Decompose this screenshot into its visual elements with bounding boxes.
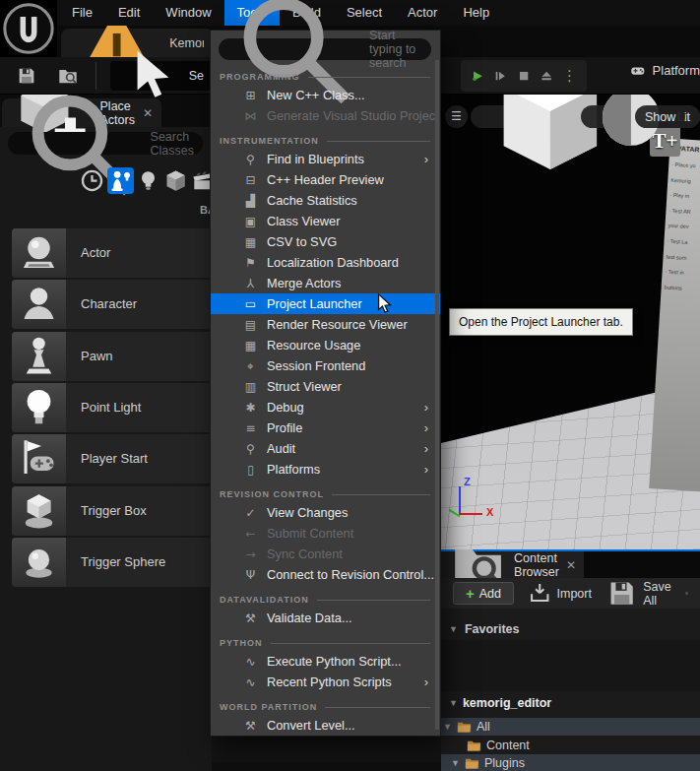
chevron-down-icon[interactable]: ▼ (449, 698, 458, 708)
back-icon[interactable] (685, 585, 688, 602)
menubar-item-window[interactable]: Window (153, 0, 223, 26)
clapper-icon (190, 167, 212, 194)
plus-icon: + (466, 586, 475, 601)
skip-frame-icon[interactable] (493, 69, 507, 83)
menu-item-debug[interactable]: ✱Debug› (211, 397, 440, 418)
view-changes-icon: ✓ (242, 506, 259, 520)
favorites-section[interactable]: ▼ Favorites (449, 622, 520, 636)
sign-text-line: Kemorig (670, 176, 700, 186)
show-button[interactable]: Show (635, 105, 685, 128)
sign-text-line: · Test AR (668, 207, 700, 217)
menu-item-render-resource-viewer[interactable]: ▤Render Resource Viewer (211, 314, 440, 335)
menu-item-validate-data[interactable]: ⚒Validate Data... (211, 608, 440, 628)
chevron-down-icon[interactable]: ▼ (451, 758, 460, 768)
category-lights-tab[interactable] (135, 167, 161, 194)
menu-item-c-header-preview[interactable]: ⊟C++ Header Preview (211, 169, 440, 190)
selection-mode-button[interactable]: Selection Mo (110, 61, 213, 91)
play-icon[interactable] (471, 69, 484, 83)
play-options-icon[interactable]: ⋮ (562, 67, 577, 85)
menu-item-label: Validate Data... (267, 610, 352, 625)
menubar-item-edit[interactable]: Edit (105, 0, 153, 26)
menu-item-view-changes[interactable]: ✓View Changes (211, 502, 440, 523)
menu-search-input[interactable]: Start typing to search (219, 38, 431, 60)
menu-item-label: Connect to Revision Control... (267, 567, 434, 582)
player-start-icon (12, 434, 66, 483)
menu-item-execute-python-script[interactable]: ∿Execute Python Script... (211, 651, 440, 672)
sign-text-line: · Play in (669, 192, 700, 202)
place-actor-item-player-start[interactable]: Player Start (12, 434, 212, 483)
content-browser-title: Content Browser (514, 551, 559, 579)
menu-item-cache-statistics[interactable]: ▟Cache Statistics (211, 190, 440, 211)
menu-section-world-partition: WORLD PARTITION (211, 692, 440, 715)
stop-icon[interactable] (517, 69, 531, 83)
category-recent-tab[interactable] (79, 167, 105, 194)
menu-item-audit[interactable]: ⚲Audit› (211, 438, 440, 459)
menubar-item-actor[interactable]: Actor (395, 0, 450, 26)
eject-icon[interactable] (540, 69, 553, 83)
category-shapes-tab[interactable] (162, 167, 189, 194)
chevron-down-icon: ▼ (449, 624, 458, 634)
place-actor-item-pawn[interactable]: Pawn (12, 332, 212, 381)
place-actor-label: Trigger Sphere (66, 538, 165, 587)
close-icon[interactable]: ✕ (566, 558, 576, 572)
place-actor-item-point-light[interactable]: Point Light (12, 383, 212, 432)
content-browser-tab[interactable]: Content Browser ✕ (441, 551, 584, 578)
menu-item-profile[interactable]: ≡Profile› (211, 418, 440, 438)
content-browser-toolbar: + Add Import Save All (441, 578, 700, 609)
platforms-button[interactable]: Platform (630, 63, 700, 79)
import-button[interactable]: Import (528, 581, 592, 606)
menu-item-connect-to-revision-control[interactable]: ΨConnect to Revision Control... (211, 564, 440, 585)
find-in-blueprints-icon: ⚲ (242, 153, 259, 166)
menu-item-localization-dashboard[interactable]: ⚑Localization Dashboard (211, 252, 440, 273)
tree-item-all[interactable]: ▼All (441, 718, 700, 736)
category-basic-tab[interactable] (107, 167, 134, 194)
menu-item-new-c-class[interactable]: ⊞New C++ Class... (211, 85, 440, 105)
unreal-logo[interactable] (0, 0, 57, 57)
tree-item-content[interactable]: Content (441, 737, 700, 754)
save-all-button[interactable]: Save All (605, 577, 671, 610)
menu-item-find-in-blueprints[interactable]: ⚲Find in Blueprints› (211, 149, 440, 169)
sign-text-line: test som (666, 253, 700, 263)
clock-icon (79, 167, 105, 194)
place-actor-item-actor[interactable]: Actor (12, 228, 212, 278)
chevron-down-icon[interactable]: ▼ (443, 722, 452, 732)
place-actor-item-character[interactable]: Character (12, 280, 212, 329)
menu-item-resource-usage[interactable]: ▦Resource Usage (211, 335, 440, 355)
menu-item-merge-actors[interactable]: ⅄Merge Actors (211, 273, 440, 293)
menu-item-struct-viewer[interactable]: ▥Struct Viewer (211, 376, 440, 397)
menu-section-datavalidation: DATAVALIDATION (211, 585, 440, 608)
category-cinematic-tab[interactable] (190, 167, 212, 194)
menu-item-session-frontend[interactable]: ⌖Session Frontend (211, 355, 440, 376)
menu-scrollbar[interactable] (435, 60, 439, 730)
trigger-box-icon (12, 486, 66, 536)
sync-content-icon: → (242, 547, 259, 561)
tree-item-kemorig-editor[interactable]: ▼kemorig_editor (441, 694, 700, 712)
browse-content-icon[interactable] (57, 65, 79, 87)
place-actor-label: Player Start (66, 434, 148, 483)
sign-text-line: · Test La (667, 238, 700, 248)
recent-python-scripts-icon: ∿ (242, 675, 259, 689)
viewport[interactable]: AVATAR T · Place yoKemorig· Play in· Tes… (441, 95, 700, 549)
menubar-item-help[interactable]: Help (450, 0, 502, 26)
place-actor-item-trigger-box[interactable]: Trigger Box (12, 486, 212, 536)
search-classes-placeholder: Search Classes (151, 130, 194, 158)
menu-item-convert-level[interactable]: ⚒Convert Level... (211, 715, 440, 736)
viewport-options-icon[interactable]: ☰ (445, 105, 468, 128)
tree-item-plugins[interactable]: ▼Plugins (441, 754, 700, 771)
add-button[interactable]: + Add (453, 582, 514, 605)
menu-item-class-viewer[interactable]: ▣Class Viewer (211, 211, 440, 231)
platforms-label: Platform (653, 63, 700, 78)
place-actor-item-trigger-sphere[interactable]: Trigger Sphere (12, 538, 212, 587)
menu-item-recent-python-scripts[interactable]: ∿Recent Python Scripts› (211, 672, 440, 692)
place-actor-label: Character (66, 280, 137, 329)
menu-item-platforms[interactable]: ▯Platforms› (211, 459, 440, 480)
menubar-item-file[interactable]: File (59, 0, 105, 26)
save-icon[interactable] (16, 65, 37, 87)
menu-item-csv-to-svg[interactable]: ▦CSV to SVG (211, 231, 440, 252)
menu-item-project-launcher[interactable]: ▭Project Launcher (211, 293, 440, 314)
tooltip: Open the Project Launcher tab. (449, 308, 633, 336)
show-label: Show (645, 110, 675, 124)
submit-content-icon: ← (242, 527, 259, 541)
unreal-editor-window: FileEditWindowToolsBuildSelectActorHelp … (0, 0, 700, 771)
search-classes-input[interactable]: Search Classes (8, 132, 203, 155)
